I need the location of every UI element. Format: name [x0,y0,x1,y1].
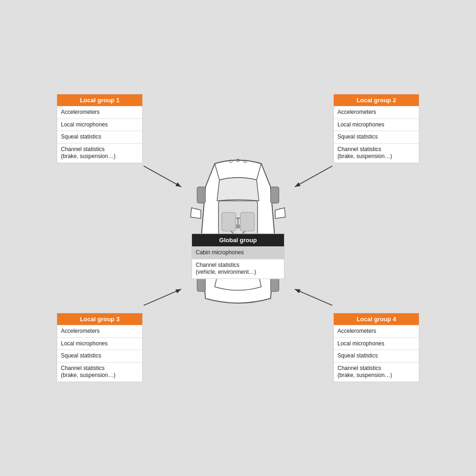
svg-line-4 [295,289,332,305]
global-row-channel: Channel statistics(vehicle, environment…… [192,259,284,278]
local-group-2: Local group 2 Accelerometers Local micro… [333,94,419,163]
group4-row-accelerometers: Accelerometers [334,325,419,337]
group1-header: Local group 1 [57,94,142,106]
group2-row-channel: Channel statistics(brake, suspension…) [334,143,419,163]
group1-row-accelerometers: Accelerometers [57,106,142,119]
group2-header: Local group 2 [334,94,419,106]
svg-line-3 [144,289,181,305]
group1-row-microphones: Local microphones [57,119,142,131]
group3-row-squeal: Squeal statistics [57,350,142,362]
group1-row-squeal: Squeal statistics [57,131,142,143]
svg-line-2 [295,166,332,187]
group3-row-microphones: Local microphones [57,337,142,350]
svg-rect-6 [197,187,205,203]
global-row-cabin: Cabin microphones [192,246,284,259]
group2-row-squeal: Squeal statistics [334,131,419,143]
svg-rect-7 [271,187,279,203]
group3-row-channel: Channel statistics(brake, suspension…) [57,362,142,382]
svg-rect-19 [240,212,254,231]
group3-row-accelerometers: Accelerometers [57,325,142,337]
group1-row-channel: Channel statistics(brake, suspension…) [57,143,142,163]
group2-row-microphones: Local microphones [334,119,419,131]
svg-point-14 [236,224,240,229]
local-group-4: Local group 4 Accelerometers Local micro… [333,313,419,382]
group4-header: Local group 4 [334,313,419,325]
group3-header: Local group 3 [57,313,142,325]
local-group-1: Local group 1 Accelerometers Local micro… [57,94,143,163]
group4-row-squeal: Squeal statistics [334,350,419,362]
group4-row-channel: Channel statistics(brake, suspension…) [334,362,419,382]
svg-line-1 [144,166,181,187]
global-group: Global group Cabin microphones Channel s… [192,233,284,279]
global-group-header: Global group [192,234,284,246]
group4-row-microphones: Local microphones [334,337,419,350]
group2-row-accelerometers: Accelerometers [334,106,419,119]
local-group-3: Local group 3 Accelerometers Local micro… [57,313,143,382]
svg-rect-18 [222,212,236,231]
diagram-container: Local group 1 Accelerometers Local micro… [57,94,419,382]
